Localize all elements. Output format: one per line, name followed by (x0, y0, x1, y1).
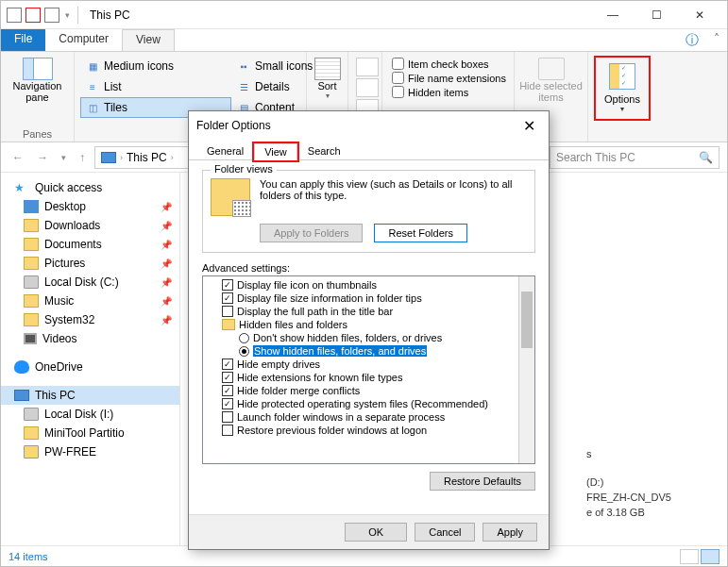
tree-option[interactable]: ✓Hide folder merge conflicts (207, 384, 515, 397)
tree-option[interactable]: Display the full path in the title bar (207, 305, 515, 318)
tab-file[interactable]: File (1, 29, 45, 51)
maximize-button[interactable]: ☐ (635, 2, 678, 28)
folder-icon (24, 426, 39, 440)
size-columns-button[interactable] (356, 78, 379, 97)
apply-to-folders-button: Apply to Folders (260, 224, 363, 242)
checkbox-icon (222, 411, 233, 423)
tree-option[interactable]: Show hidden files, folders, and drives (207, 344, 515, 358)
qat-dropdown-icon[interactable]: ▾ (65, 10, 70, 20)
radio-icon (239, 346, 249, 357)
app-icon (7, 8, 22, 23)
navigation-sidebar: ★Quick access Desktop📌 Downloads📌 Docume… (1, 173, 180, 545)
sidebar-quick-access[interactable]: ★Quick access (1, 178, 179, 197)
ok-button[interactable]: OK (345, 523, 407, 542)
tree-option[interactable]: ✓Hide extensions for known file types (207, 371, 515, 384)
advanced-settings-label: Advanced settings: (202, 262, 535, 274)
view-details-icon[interactable] (680, 549, 699, 564)
tree-option[interactable]: Launch folder windows in a separate proc… (207, 410, 515, 424)
navigation-pane-button[interactable]: Navigation pane (7, 56, 68, 105)
apply-button[interactable]: Apply (483, 523, 537, 542)
folder-views-group: Folder views You can apply this view (su… (202, 170, 535, 253)
sidebar-item-downloads[interactable]: Downloads📌 (1, 216, 179, 235)
option-label: Hide empty drives (237, 359, 320, 370)
reset-folders-button[interactable]: Reset Folders (374, 224, 466, 242)
checkbox-icon (222, 306, 233, 317)
sidebar-item-pictures[interactable]: Pictures📌 (1, 254, 179, 273)
cancel-button[interactable]: Cancel (415, 523, 475, 542)
dialog-footer: OK Cancel Apply (189, 514, 549, 549)
layout-medium-icons[interactable]: ▦Medium icons (80, 56, 231, 76)
sort-button[interactable]: Sort ▾ (313, 56, 342, 102)
tree-option[interactable]: ✓Display file size information in folder… (207, 292, 515, 305)
tile-drive-free: e of 3.18 GB (586, 505, 718, 520)
titlebar: ▾ This PC — ☐ ✕ (1, 1, 727, 29)
pin-icon: 📌 (161, 315, 172, 325)
advanced-settings-list: ✓Display file icon on thumbnails✓Display… (202, 275, 535, 464)
sidebar-item-pwfree[interactable]: PW-FREE (1, 442, 179, 461)
qat-icon-2[interactable] (44, 8, 59, 23)
option-label: Restore previous folder windows at logon (237, 425, 427, 436)
tree-option[interactable]: ✓Display file icon on thumbnails (207, 278, 515, 292)
drive-icon (24, 408, 39, 421)
sidebar-item-local-c[interactable]: Local Disk (C:)📌 (1, 273, 179, 292)
sort-label: Sort (317, 80, 336, 92)
navigation-pane-icon (23, 58, 53, 80)
tree-option[interactable]: ✓Hide protected operating system files (… (207, 397, 515, 410)
folder-views-legend: Folder views (211, 163, 277, 175)
desktop-icon (24, 200, 39, 213)
sidebar-onedrive[interactable]: OneDrive (1, 358, 179, 376)
sidebar-item-desktop[interactable]: Desktop📌 (1, 197, 179, 216)
up-button[interactable]: ↑ (76, 149, 89, 166)
folder-options-dialog: Folder Options ✕ General View Search Fol… (188, 110, 550, 550)
view-tiles-icon[interactable] (701, 549, 720, 564)
breadcrumb-this-pc[interactable]: This PC (127, 151, 167, 164)
checkbox-icon (222, 425, 233, 436)
option-label: Hidden files and folders (239, 319, 347, 330)
columns-button[interactable] (356, 58, 379, 76)
qat-icon-1[interactable] (25, 8, 41, 23)
radio-icon (239, 333, 249, 343)
help-icon[interactable]: ⓘ (678, 29, 706, 51)
pin-icon: 📌 (161, 221, 172, 231)
dialog-tab-general[interactable]: General (196, 142, 254, 159)
this-pc-icon (14, 390, 29, 401)
sidebar-item-music[interactable]: Music📌 (1, 292, 179, 310)
item-check-boxes[interactable]: Item check boxes (392, 58, 504, 70)
back-button[interactable]: ← (8, 149, 27, 166)
collapse-ribbon-icon[interactable]: ˄ (706, 29, 727, 51)
close-button[interactable]: ✕ (678, 2, 721, 28)
tree-option[interactable]: Don't show hidden files, folders, or dri… (207, 331, 515, 344)
folder-icon (24, 238, 39, 251)
tab-view[interactable]: View (122, 29, 175, 51)
dialog-tab-view[interactable]: View (254, 143, 297, 160)
status-item-count: 14 items (8, 551, 48, 562)
search-input[interactable]: Search This PC 🔍 (550, 146, 720, 169)
sidebar-item-videos[interactable]: Videos (1, 329, 179, 348)
option-label: Hide folder merge conflicts (237, 385, 360, 396)
tab-computer[interactable]: Computer (45, 29, 122, 51)
minimize-button[interactable]: — (591, 2, 635, 28)
option-label: Hide extensions for known file types (237, 372, 402, 383)
tree-option[interactable]: Restore previous folder windows at logon (207, 424, 515, 437)
star-icon: ★ (14, 181, 29, 194)
dialog-tab-search[interactable]: Search (297, 142, 351, 159)
dialog-close-button[interactable]: ✕ (517, 117, 541, 135)
dialog-titlebar[interactable]: Folder Options ✕ (189, 111, 549, 140)
restore-defaults-button[interactable]: Restore Defaults (430, 472, 535, 491)
scrollbar[interactable] (518, 276, 534, 463)
layout-list[interactable]: ≡List (80, 76, 231, 97)
tree-option[interactable]: ✓Hide empty drives (207, 358, 515, 371)
hide-selected-button: Hide selected items (520, 56, 582, 105)
sidebar-item-minitool[interactable]: MiniTool Partitio (1, 424, 179, 442)
forward-button[interactable]: → (33, 149, 52, 166)
file-name-extensions[interactable]: File name extensions (392, 72, 504, 84)
sidebar-this-pc[interactable]: This PC (1, 386, 179, 405)
tile-drive-name: FRE_ZH-CN_DV5 (586, 490, 718, 505)
sidebar-item-system32[interactable]: System32📌 (1, 310, 179, 329)
folder-icon (24, 257, 39, 270)
options-button[interactable]: Options ▾ (594, 56, 651, 121)
sidebar-item-local-i[interactable]: Local Disk (I:) (1, 405, 179, 424)
sidebar-item-documents[interactable]: Documents📌 (1, 235, 179, 254)
hidden-items[interactable]: Hidden items (392, 86, 504, 98)
recent-button[interactable]: ▾ (58, 151, 70, 164)
